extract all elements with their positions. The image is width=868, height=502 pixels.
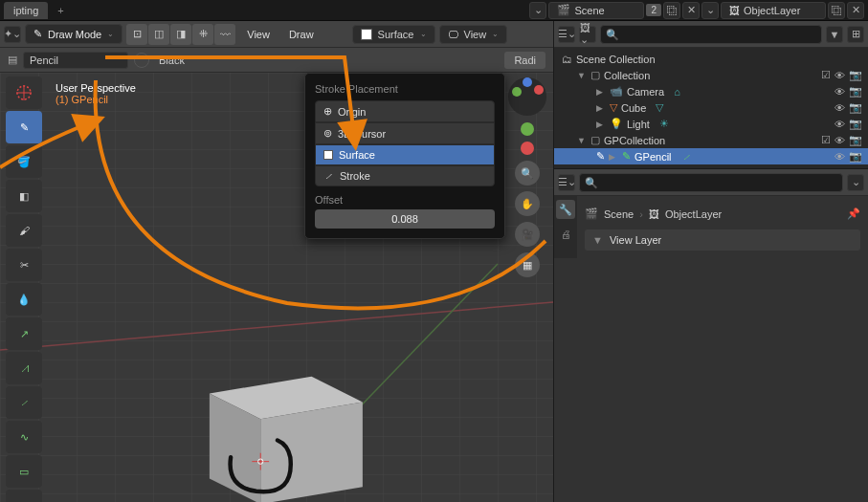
- eyedropper-tool[interactable]: 💧: [6, 283, 42, 316]
- add-workspace-icon[interactable]: +: [50, 5, 71, 16]
- box-tool[interactable]: ▭: [6, 455, 42, 488]
- surface-icon: [323, 150, 333, 160]
- circle-tool[interactable]: ○: [6, 490, 42, 502]
- bc-layer[interactable]: ObjectLayer: [665, 208, 722, 220]
- render-icon[interactable]: 📷: [849, 69, 862, 81]
- menu-draw[interactable]: Draw: [281, 25, 322, 44]
- output-tab-icon[interactable]: 🖨: [556, 225, 575, 244]
- viewport-gizmos: 🔍 ✋ 🎥 ▦: [507, 76, 547, 277]
- outliner-camera[interactable]: ▶ 📹 Camera ⌂ 👁📷: [554, 83, 868, 99]
- render-icon[interactable]: 📷: [849, 101, 862, 114]
- gizmo-btn-2[interactable]: ◫: [148, 24, 169, 45]
- viewlayer-new-icon[interactable]: ⿻: [828, 2, 845, 19]
- menu-view[interactable]: View: [239, 25, 278, 44]
- stroke-placement-dropdown[interactable]: Surface ⌄: [352, 25, 435, 44]
- layer-browse-icon[interactable]: ⌄: [701, 2, 719, 19]
- render-icon[interactable]: 📷: [849, 85, 862, 98]
- draw-tool[interactable]: ✎: [6, 111, 42, 143]
- curve-tool[interactable]: ∿: [6, 421, 42, 453]
- scene-new-icon[interactable]: ⿻: [663, 2, 680, 19]
- arc-tool[interactable]: ⟋: [6, 386, 42, 419]
- placement-origin[interactable]: ⊕Origin: [315, 100, 495, 122]
- breadcrumb: 🎬 Scene › 🖼 ObjectLayer 📌: [585, 204, 860, 224]
- viewlayer-delete-icon[interactable]: ✕: [847, 2, 864, 19]
- placement-stroke[interactable]: ⟋Stroke: [315, 165, 495, 186]
- outliner-scene-collection[interactable]: 🗂 Scene Collection: [554, 52, 868, 67]
- eye-icon[interactable]: 👁: [835, 119, 845, 130]
- light-icon: 💡: [610, 118, 623, 130]
- tint-tool[interactable]: 🖌: [6, 214, 42, 247]
- camera-gizmo-icon[interactable]: 🎥: [515, 222, 540, 247]
- filter-icon[interactable]: ▼: [826, 26, 843, 43]
- scene-field[interactable]: 🎬 Scene: [548, 2, 644, 19]
- fill-tool[interactable]: 🪣: [6, 145, 42, 178]
- snap-icon[interactable]: ⁜: [192, 24, 213, 45]
- zoom-gizmo-icon[interactable]: 🔍: [515, 161, 540, 186]
- light-data-icon: ☀: [659, 118, 669, 130]
- cutter-tool[interactable]: ✂: [6, 249, 42, 281]
- layers-icon[interactable]: ▤: [8, 54, 17, 66]
- mode-dropdown[interactable]: ✎ Draw Mode ⌄: [25, 24, 122, 44]
- placement-surface[interactable]: Surface: [315, 144, 495, 165]
- render-icon[interactable]: 📷: [849, 134, 862, 146]
- outliner-gpencil[interactable]: ✎ ▶ ✎ GPencil ⟋ 👁📷: [554, 148, 868, 164]
- disclosure-icon[interactable]: ▶: [609, 152, 618, 162]
- perspective-gizmo-icon[interactable]: ▦: [515, 252, 540, 277]
- material-field-1[interactable]: Pencil: [23, 52, 128, 69]
- display-mode-icon[interactable]: 🖼⌄: [579, 26, 596, 43]
- checkbox-icon[interactable]: ☑: [821, 69, 831, 81]
- axis-x-icon[interactable]: [521, 142, 534, 155]
- scene-browse-icon[interactable]: ⌄: [529, 2, 546, 19]
- erase-tool[interactable]: ◧: [6, 180, 42, 212]
- render-tab-icon[interactable]: 🔧: [556, 200, 575, 219]
- editor-type-outliner-icon[interactable]: ☰⌄: [558, 26, 575, 43]
- render-icon[interactable]: 📷: [849, 150, 862, 163]
- gizmo-btn-3[interactable]: ◨: [170, 24, 191, 45]
- outliner-gpcollection[interactable]: ▼ ▢ GPCollection ☑👁📷: [554, 132, 868, 148]
- cursor-tool[interactable]: [6, 76, 42, 109]
- orbit-gizmo[interactable]: [507, 76, 547, 117]
- editor-type-props-icon[interactable]: ☰⌄: [558, 174, 575, 191]
- outliner-collection[interactable]: ▼ ▢ Collection ☑👁📷: [554, 67, 868, 83]
- editor-type-icon[interactable]: ✦⌄: [4, 26, 21, 43]
- workspace-tab[interactable]: ipting: [4, 2, 48, 19]
- viewlayer-field[interactable]: 🖼 ObjectLayer: [721, 2, 826, 19]
- outliner-cube[interactable]: ▶ ▽ Cube ▽ 👁📷: [554, 99, 868, 116]
- bc-scene[interactable]: Scene: [604, 208, 634, 220]
- disclosure-icon[interactable]: ▶: [596, 103, 606, 113]
- viewlayer-name: ObjectLayer: [744, 5, 800, 16]
- view-layer-panel[interactable]: ▼ View Layer: [585, 229, 860, 251]
- eye-icon[interactable]: 👁: [835, 102, 845, 114]
- disclosure-icon[interactable]: ▶: [596, 87, 606, 97]
- disclosure-icon[interactable]: ▼: [577, 136, 587, 145]
- view-dropdown[interactable]: 🖵 View ⌄: [439, 25, 508, 44]
- props-search[interactable]: 🔍: [579, 173, 843, 192]
- search-icon: 🔍: [606, 29, 619, 41]
- render-icon[interactable]: 📷: [849, 118, 862, 130]
- scene-delete-icon[interactable]: ✕: [682, 2, 700, 19]
- outliner-light[interactable]: ▶ 💡 Light ☀ 👁📷: [554, 116, 868, 132]
- checkbox-icon[interactable]: ☑: [821, 134, 831, 146]
- options-icon[interactable]: ⌄: [847, 174, 864, 191]
- pan-gizmo-icon[interactable]: ✋: [515, 191, 540, 216]
- eye-icon[interactable]: 👁: [835, 70, 845, 81]
- disclosure-icon[interactable]: ▼: [577, 71, 587, 80]
- offset-value-field[interactable]: 0.088: [315, 209, 495, 229]
- prop-edit-icon[interactable]: 〰: [214, 24, 235, 45]
- eye-icon[interactable]: 👁: [835, 151, 845, 163]
- camera-icon: 📹: [610, 85, 623, 98]
- eye-icon[interactable]: 👁: [835, 135, 845, 146]
- color-circle-icon[interactable]: [134, 53, 149, 68]
- disclosure-icon[interactable]: ▶: [596, 120, 606, 129]
- outliner-search[interactable]: 🔍: [600, 25, 822, 44]
- pin-icon[interactable]: 📌: [847, 207, 860, 220]
- placement-3dcursor[interactable]: ⊚3D Cursor: [315, 122, 495, 144]
- origin-icon: ⊕: [323, 105, 332, 118]
- polyline-tool[interactable]: ⩘: [6, 352, 42, 384]
- axis-y-icon[interactable]: [521, 122, 534, 136]
- line-tool[interactable]: ↗: [6, 317, 42, 350]
- eye-icon[interactable]: 👁: [835, 86, 845, 98]
- new-collection-icon[interactable]: ⊞: [847, 26, 864, 43]
- radius-button[interactable]: Radi: [504, 52, 545, 69]
- gizmo-btn-1[interactable]: ⊡: [126, 24, 147, 45]
